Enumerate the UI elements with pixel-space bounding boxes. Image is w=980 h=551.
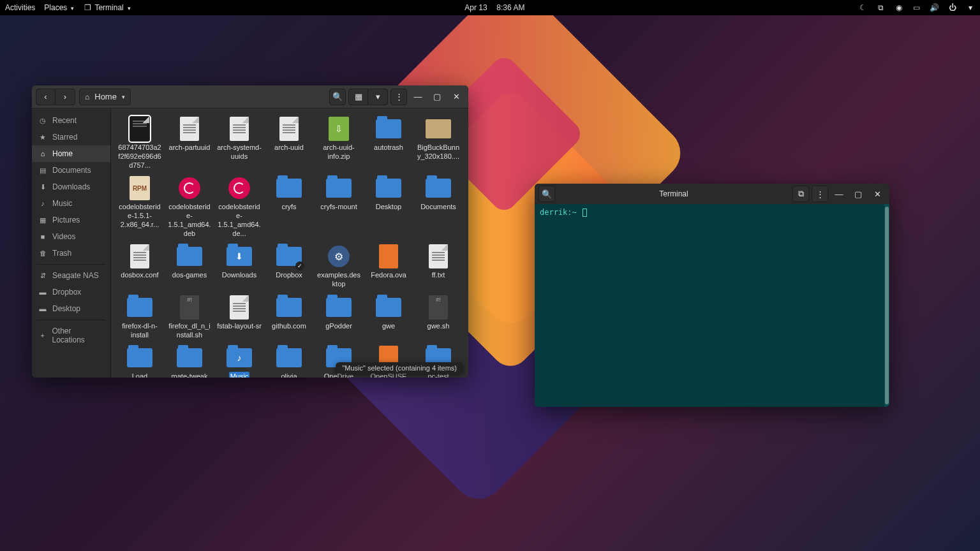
close-button[interactable]: ✕ [448, 89, 464, 105]
file-item[interactable]: Fedora.ova [364, 242, 413, 291]
close-button[interactable]: ✕ [869, 186, 886, 202]
file-item[interactable]: fstab-layout-sr [214, 293, 264, 342]
file-item[interactable]: Desktop [364, 174, 413, 240]
sidebar-item-label: Documents [52, 166, 91, 175]
sidebar-item-music[interactable]: ♪Music [32, 195, 110, 212]
file-item[interactable]: arch-partuuid [165, 115, 214, 172]
sidebar-icon: ▦ [38, 216, 47, 224]
plus-icon: + [38, 332, 47, 339]
sidebar-other-locations[interactable]: + Other Locations [32, 323, 110, 348]
discord-tray-icon[interactable]: ◉ [895, 3, 903, 12]
sidebar-icon: ▤ [38, 166, 47, 175]
file-item[interactable]: ⚙examples.desktop [314, 242, 364, 291]
file-item[interactable]: BigBuckBunny_320x180.... [413, 115, 463, 172]
file-label: cryfs [280, 202, 297, 212]
file-item[interactable]: ⇩arch-uuid-info.zip [314, 115, 364, 172]
file-item[interactable]: #!firefox_dl_n_install.sh [165, 293, 214, 342]
file-label: 687474703a2f2f692e696d6d757... [116, 143, 163, 170]
file-label: ff.txt [431, 270, 447, 281]
clock[interactable]: Apr 13 8:36 AM [464, 3, 524, 12]
sidebar-item-label: Downloads [52, 182, 90, 191]
file-item[interactable]: ✓Dropbox [264, 242, 314, 291]
system-menu-caret[interactable]: ▾ [966, 3, 975, 12]
sidebar-item-recent[interactable]: ◷Recent [32, 112, 110, 129]
file-item[interactable]: 687474703a2f2f692e696d6d757... [115, 115, 165, 172]
sidebar-item-home[interactable]: ⌂Home [32, 145, 110, 162]
path-caret-icon: ▾ [122, 94, 125, 100]
file-item[interactable]: Load [115, 344, 165, 378]
terminal-search-button[interactable]: 🔍 [538, 186, 555, 202]
file-icon: ⚙ [325, 244, 353, 269]
file-item[interactable]: RPMcodelobsteride-1.5.1-2.x86_64.r... [115, 174, 165, 240]
file-icon [375, 116, 403, 142]
sidebar-item-videos[interactable]: ■Videos [32, 228, 110, 245]
minimize-button[interactable]: — [410, 89, 426, 105]
sidebar-icon: 🗑 [38, 249, 47, 257]
file-item[interactable]: dosbox.conf [115, 242, 165, 291]
file-icon: ✓ [275, 244, 303, 269]
sidebar-item-trash[interactable]: 🗑Trash [32, 245, 110, 261]
terminal-scrollbar[interactable] [884, 204, 889, 407]
file-item[interactable]: #!gwe.sh [413, 293, 463, 342]
path-label: Home [94, 92, 117, 101]
files-headerbar: ‹ › ⌂ Home ▾ 🔍 ▦ ▾ ⋮ — ▢ ✕ [32, 85, 468, 108]
dropbox-tray-icon[interactable]: ⧉ [877, 3, 886, 12]
sidebar-item-documents[interactable]: ▤Documents [32, 162, 110, 179]
minimize-button[interactable]: — [831, 186, 847, 202]
icon-grid[interactable]: 687474703a2f2f692e696d6d757...arch-partu… [111, 108, 468, 378]
view-options-caret[interactable]: ▾ [368, 89, 387, 105]
file-item[interactable]: ff.txt [413, 242, 463, 291]
file-item[interactable]: ⬇Downloads [214, 242, 264, 291]
terminal-window: 🔍 Terminal ⧉ ⋮ — ▢ ✕ derrik:~ [535, 184, 889, 407]
hamburger-menu[interactable]: ⋮ [390, 89, 407, 105]
sidebar-mount-dropbox[interactable]: ▬Dropbox [32, 284, 110, 300]
file-label: github.com [271, 321, 308, 332]
file-icon [225, 175, 253, 201]
maximize-button[interactable]: ▢ [850, 186, 866, 202]
terminal-title: Terminal [558, 189, 790, 198]
file-label: arch-partuuid [168, 143, 212, 153]
sidebar-item-pictures[interactable]: ▦Pictures [32, 212, 110, 228]
path-bar[interactable]: ⌂ Home ▾ [79, 89, 131, 105]
file-item[interactable]: gPodder [314, 293, 364, 342]
file-item[interactable]: cryfs [264, 174, 314, 240]
file-item[interactable]: arch-systemd-uuids [214, 115, 264, 172]
sidebar-item-starred[interactable]: ★Starred [32, 129, 110, 145]
file-icon [126, 295, 154, 320]
terminal-menu[interactable]: ⋮ [812, 186, 828, 202]
file-item[interactable]: gwe [364, 293, 413, 342]
places-menu[interactable]: Places [44, 3, 74, 12]
file-icon: #! [424, 295, 452, 320]
file-item[interactable]: firefox-dl-n-install [115, 293, 165, 342]
file-item[interactable]: codelobsteride-1.5.1_amd64.de... [214, 174, 264, 240]
file-item[interactable]: github.com [264, 293, 314, 342]
file-item[interactable]: ♪Music [214, 344, 264, 378]
sidebar-mount-desktop[interactable]: ▬Desktop [32, 300, 110, 317]
terminal-body[interactable]: derrik:~ [535, 204, 889, 407]
activities-button[interactable]: Activities [5, 3, 35, 12]
volume-icon[interactable]: 🔊 [930, 3, 939, 12]
file-item[interactable]: dos-games [165, 242, 214, 291]
workspace-icon[interactable]: ▭ [912, 3, 921, 12]
appmenu-terminal[interactable]: ❐ Terminal [83, 3, 130, 12]
sidebar-item-downloads[interactable]: ⬇Downloads [32, 179, 110, 195]
file-item[interactable]: arch-uuid [264, 115, 314, 172]
file-item[interactable]: mate-tweak [165, 344, 214, 378]
power-icon[interactable]: ⏻ [948, 3, 957, 12]
night-light-icon[interactable]: ☾ [859, 3, 868, 12]
file-item[interactable]: Documents [413, 174, 463, 240]
file-item[interactable]: codelobsteride-1.5.1_amd64.deb [165, 174, 214, 240]
search-button[interactable]: 🔍 [329, 89, 346, 105]
file-item[interactable]: olivia [264, 344, 314, 378]
file-item[interactable]: cryfs-mount [314, 174, 364, 240]
terminal-headerbar: 🔍 Terminal ⧉ ⋮ — ▢ ✕ [535, 184, 889, 204]
back-button[interactable]: ‹ [36, 89, 56, 105]
sidebar-mount-seagate-nas[interactable]: ⇵Seagate NAS [32, 267, 110, 284]
file-item[interactable]: autotrash [364, 115, 413, 172]
sidebar-icon: ♪ [38, 200, 47, 207]
sidebar-item-label: Videos [52, 232, 75, 241]
grid-view-button[interactable]: ▦ [349, 89, 368, 105]
maximize-button[interactable]: ▢ [429, 89, 445, 105]
forward-button[interactable]: › [56, 89, 75, 105]
new-tab-button[interactable]: ⧉ [792, 186, 809, 202]
